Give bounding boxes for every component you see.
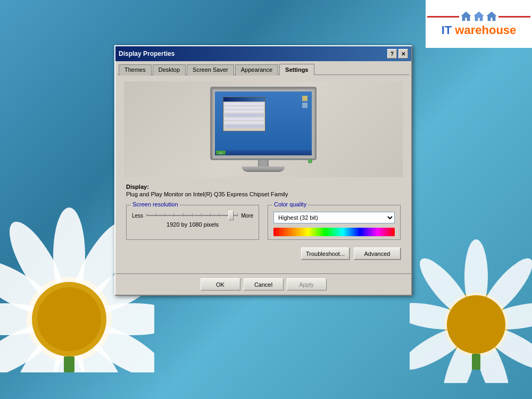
logo-text: IT warehouse [442,23,517,37]
screen-resolution-group: Screen resolution Less [126,205,259,240]
title-bar-buttons: ? ✕ [387,49,408,59]
mini-row-6 [225,121,264,124]
color-select-wrapper: Highest (32 bit) Medium (16 bit) Low (8 … [273,212,395,223]
monitor-outer: start [210,87,317,172]
dialog-title: Display Properties [119,50,174,57]
mini-start-button: start [216,151,226,155]
mini-row-5 [225,118,264,120]
display-value: Plug and Play Monitor on Intel(R) Q35 Ex… [126,191,401,197]
resolution-slider-track[interactable] [146,212,238,219]
house-icon-2 [473,11,485,22]
mini-row-2 [225,106,264,109]
advanced-button[interactable]: Advanced [354,247,401,260]
display-label: Display: [126,184,401,190]
mini-desktop: start [215,92,312,155]
tick-8 [210,213,211,217]
mini-icon-area [302,96,307,110]
close-button[interactable]: ✕ [398,49,408,59]
mini-taskbar: start [215,150,312,155]
svg-point-14 [37,287,101,351]
logo-line-right [498,16,530,18]
mini-row-3 [225,110,264,113]
mini-window [223,97,265,131]
color-quality-select[interactable]: Highest (32 bit) Medium (16 bit) Low (8 … [273,212,395,223]
apply-button[interactable]: Apply [287,278,327,290]
house-icon-1 [460,11,472,22]
tick-7 [201,213,202,217]
logo-warehouse: warehouse [455,23,516,37]
logo-houses [427,11,530,22]
bottom-action-buttons: Troubleshoot... Advanced [124,247,403,262]
svg-marker-30 [487,12,496,21]
color-group-label: Color quality [272,201,308,207]
svg-marker-28 [461,12,471,21]
dialog-footer: OK Cancel Apply [115,273,411,295]
color-quality-group: Color quality Highest (32 bit) Medium (1… [268,205,401,240]
tick-4 [173,213,174,217]
tick-2 [155,213,156,217]
controls-row: Screen resolution Less [124,205,403,240]
svg-marker-29 [474,12,484,21]
cancel-button[interactable]: Cancel [244,278,284,290]
svg-rect-15 [64,356,74,372]
svg-rect-27 [472,354,480,370]
tab-themes[interactable]: Themes [119,64,152,76]
tab-settings[interactable]: Settings [279,64,314,75]
resolution-text: 1920 by 1080 pixels [132,221,253,228]
mini-icon-2 [302,103,307,108]
monitor-neck [258,160,269,167]
logo-box: IT warehouse [426,0,532,48]
resolution-group-label: Screen resolution [131,201,180,207]
more-label: More [241,213,253,219]
svg-point-26 [447,295,505,354]
tabs-container: Themes Desktop Screen Saver Appearance S… [115,61,411,74]
mini-row-1 [225,103,264,105]
tick-5 [183,213,184,217]
ok-button[interactable]: OK [201,278,240,290]
tab-content-settings: start Display: Plug and Play Monitor on … [118,74,409,273]
mini-window-content [223,102,265,130]
title-bar: Display Properties ? ✕ [115,46,411,61]
tab-screensaver[interactable]: Screen Saver [187,64,234,76]
tab-appearance[interactable]: Appearance [235,64,278,76]
flower-decoration-right [410,197,532,383]
tab-desktop[interactable]: Desktop [153,64,186,76]
resolution-slider-row: Less [132,212,253,219]
mini-row-4 [225,114,264,117]
tick-1 [146,213,147,217]
monitor-screen-frame: start [210,87,317,160]
display-info: Display: Plug and Play Monitor on Intel(… [124,184,403,197]
monitor-power-led [308,159,312,163]
slider-line [146,215,238,216]
monitor-base [242,167,285,172]
slider-ticks [146,213,238,217]
display-properties-dialog: Display Properties ? ✕ Themes Desktop Sc… [114,45,412,296]
monitor-preview-area: start [124,81,403,177]
house-icon-3 [486,11,497,22]
troubleshoot-button[interactable]: Troubleshoot... [301,247,350,260]
tick-11 [237,213,238,217]
color-spectrum-bar [273,228,395,236]
tick-6 [192,213,193,217]
less-label: Less [132,213,143,219]
tick-3 [164,213,165,217]
mini-window-titlebar [223,97,265,102]
help-button[interactable]: ? [387,49,397,59]
resolution-slider-thumb[interactable] [228,211,234,220]
monitor-screen: start [215,92,312,155]
logo-line-left [427,16,459,18]
mini-row-7 [225,125,264,128]
tick-9 [219,213,220,217]
logo-it: IT [442,23,455,37]
mini-icon-1 [302,96,307,101]
